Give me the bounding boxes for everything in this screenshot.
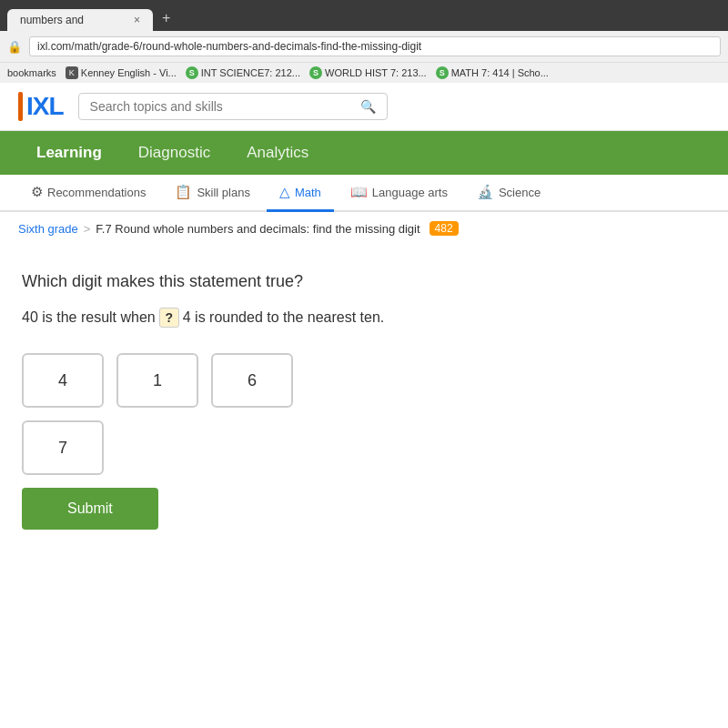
bookmark-label-math7: MATH 7: 414 | Scho... xyxy=(451,67,549,78)
question-body-prefix: 40 is the result when xyxy=(22,309,156,326)
subnav-language-arts-label: Language arts xyxy=(372,186,448,199)
bookmark-math7[interactable]: S MATH 7: 414 | Scho... xyxy=(436,66,549,79)
breadcrumb-skill: F.7 Round whole numbers and decimals: fi… xyxy=(96,222,420,236)
ixl-page: IXL 🔍 Learning Diagnostic Analytics ⚙ Re… xyxy=(0,83,728,728)
lock-icon: 🔒 xyxy=(7,40,22,54)
ixl-header: IXL 🔍 xyxy=(0,83,728,131)
logo-bar xyxy=(18,92,23,121)
nav-item-learning[interactable]: Learning xyxy=(18,131,120,175)
tab-title: numbers and xyxy=(20,14,84,26)
bookmark-icon-int-science: S xyxy=(186,66,198,79)
bookmarks-label: bookmarks xyxy=(7,67,56,78)
skill-plans-icon: 📋 xyxy=(175,184,192,200)
new-tab-button[interactable]: + xyxy=(153,5,179,31)
search-icon: 🔍 xyxy=(360,99,376,114)
question-body: 40 is the result when ? 4 is rounded to … xyxy=(22,308,706,328)
bookmark-icon-kenney: K xyxy=(66,66,78,79)
question-body-suffix: 4 is rounded to the nearest ten. xyxy=(183,309,384,326)
main-content: Which digit makes this statement true? 4… xyxy=(0,245,728,548)
browser-chrome: numbers and × + xyxy=(0,0,728,31)
subnav-science-label: Science xyxy=(499,186,541,199)
bookmark-label-int-science: INT SCIENCE7: 212... xyxy=(201,67,300,78)
bookmark-kenney[interactable]: K Kenney English - Vi... xyxy=(66,66,177,79)
math-icon: △ xyxy=(279,184,290,200)
bookmark-int-science[interactable]: S INT SCIENCE7: 212... xyxy=(186,66,300,79)
subnav-recommendations-label: Recommendations xyxy=(47,186,146,199)
subnav-recommendations[interactable]: ⚙ Recommendations xyxy=(18,175,158,212)
logo-text: IXL xyxy=(26,92,64,121)
bookmarks-bar: bookmarks K Kenney English - Vi... S INT… xyxy=(0,62,728,83)
breadcrumb-separator: > xyxy=(84,222,91,236)
subnav-math[interactable]: △ Math xyxy=(267,175,334,212)
address-bar[interactable]: ixl.com/math/grade-6/round-whole-numbers… xyxy=(29,36,721,56)
search-box[interactable]: 🔍 xyxy=(78,93,388,120)
bookmark-icon-math7: S xyxy=(436,66,449,79)
submit-button[interactable]: Submit xyxy=(22,488,158,530)
bookmark-label-kenney: Kenney English - Vi... xyxy=(81,67,177,78)
main-nav: Learning Diagnostic Analytics xyxy=(0,131,728,175)
bookmark-world-hist[interactable]: S WORLD HIST 7: 213... xyxy=(309,66,427,79)
bookmark-icon-world-hist: S xyxy=(309,66,322,79)
missing-digit-box: ? xyxy=(159,308,179,328)
search-input[interactable] xyxy=(90,99,360,114)
choice-7[interactable]: 7 xyxy=(22,420,104,475)
subnav-math-label: Math xyxy=(295,186,321,199)
bookmark-label-world-hist: WORLD HIST 7: 213... xyxy=(325,67,427,78)
choice-6[interactable]: 6 xyxy=(211,353,293,408)
breadcrumb-grade[interactable]: Sixth grade xyxy=(18,222,78,236)
active-tab[interactable]: numbers and × xyxy=(7,9,153,31)
sub-nav: ⚙ Recommendations 📋 Skill plans △ Math 📖… xyxy=(0,175,728,212)
tab-close-icon[interactable]: × xyxy=(134,14,140,26)
recommendations-icon: ⚙ xyxy=(31,184,43,200)
tab-bar: numbers and × + xyxy=(7,5,721,31)
choice-1[interactable]: 1 xyxy=(116,353,198,408)
choices-row-1: 4 1 6 xyxy=(22,353,706,408)
address-bar-row: 🔒 ixl.com/math/grade-6/round-whole-numbe… xyxy=(0,31,728,62)
breadcrumb-badge: 482 xyxy=(430,221,459,236)
subnav-skill-plans-label: Skill plans xyxy=(197,186,250,199)
subnav-science[interactable]: 🔬 Science xyxy=(464,175,553,212)
subnav-skill-plans[interactable]: 📋 Skill plans xyxy=(162,175,263,212)
ixl-logo[interactable]: IXL xyxy=(18,92,64,121)
breadcrumb: Sixth grade > F.7 Round whole numbers an… xyxy=(0,212,728,245)
choice-4[interactable]: 4 xyxy=(22,353,104,408)
language-arts-icon: 📖 xyxy=(350,184,368,200)
nav-item-diagnostic[interactable]: Diagnostic xyxy=(120,131,228,175)
choices-row-2: 7 xyxy=(22,420,706,475)
science-icon: 🔬 xyxy=(477,184,494,200)
question-title: Which digit makes this statement true? xyxy=(22,272,706,291)
subnav-language-arts[interactable]: 📖 Language arts xyxy=(338,175,460,212)
nav-item-analytics[interactable]: Analytics xyxy=(228,131,327,175)
